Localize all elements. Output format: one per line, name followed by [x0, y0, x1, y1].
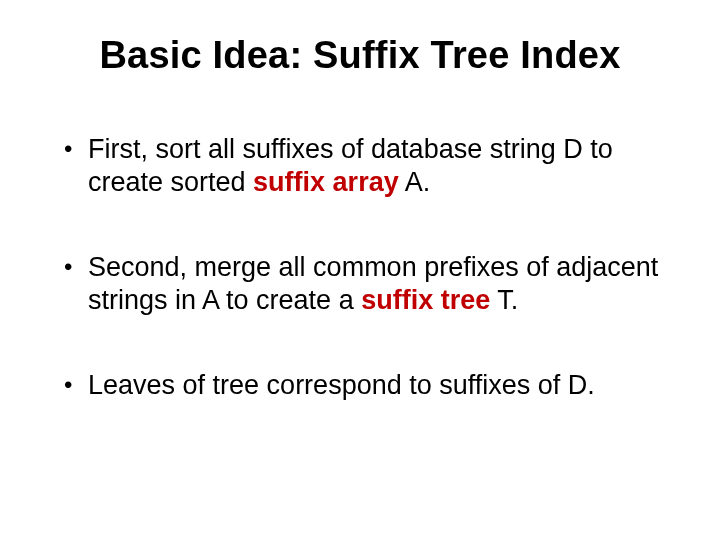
list-item: First, sort all suffixes of database str…	[64, 133, 664, 199]
list-item: Second, merge all common prefixes of adj…	[64, 251, 664, 317]
slide: Basic Idea: Suffix Tree Index First, sor…	[0, 0, 720, 540]
bullet-emphasis: suffix array	[253, 167, 399, 197]
bullet-text: T.	[490, 285, 518, 315]
slide-title: Basic Idea: Suffix Tree Index	[56, 34, 664, 77]
bullet-emphasis: suffix tree	[361, 285, 490, 315]
bullet-list: First, sort all suffixes of database str…	[56, 133, 664, 402]
bullet-text: A.	[399, 167, 431, 197]
bullet-text: Leaves of tree correspond to suffixes of…	[88, 370, 595, 400]
list-item: Leaves of tree correspond to suffixes of…	[64, 369, 664, 402]
